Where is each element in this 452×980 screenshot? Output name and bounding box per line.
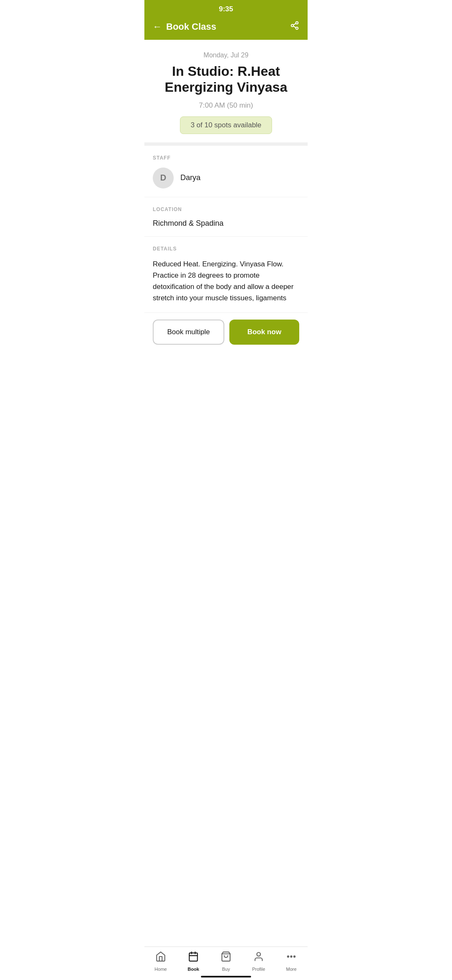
class-time: 7:00 AM (50 min) xyxy=(153,101,299,110)
class-info-section: Monday, Jul 29 In Studio: R.Heat Energiz… xyxy=(144,40,308,146)
share-button[interactable] xyxy=(290,21,299,32)
svg-line-4 xyxy=(293,23,296,25)
location-section: LOCATION Richmond & Spadina xyxy=(144,197,308,237)
staff-label: STAFF xyxy=(153,155,299,161)
page-title: Book Class xyxy=(166,21,216,32)
details-label: DETAILS xyxy=(153,246,299,252)
class-title: In Studio: R.Heat Energizing Vinyasa xyxy=(153,63,299,95)
details-section: DETAILS Reduced Heat. Energizing. Vinyas… xyxy=(144,237,308,313)
header: ← Book Class xyxy=(144,17,308,40)
details-text: Reduced Heat. Energizing. Vinyasa Flow. … xyxy=(153,258,299,308)
action-area: Book multiple Book now xyxy=(144,313,308,351)
spots-available-badge: 3 of 10 spots available xyxy=(180,116,272,134)
back-button[interactable]: ← xyxy=(153,21,162,32)
staff-section: STAFF D Darya xyxy=(144,146,308,197)
status-bar: 9:35 xyxy=(144,0,308,17)
book-multiple-button[interactable]: Book multiple xyxy=(153,320,224,345)
location-label: LOCATION xyxy=(153,206,299,212)
class-date: Monday, Jul 29 xyxy=(153,52,299,59)
staff-avatar: D xyxy=(153,168,174,188)
svg-line-3 xyxy=(293,26,296,28)
location-name: Richmond & Spadina xyxy=(153,219,299,232)
book-now-button[interactable]: Book now xyxy=(229,320,299,345)
staff-name: Darya xyxy=(180,173,200,182)
status-time: 9:35 xyxy=(219,5,233,13)
staff-row: D Darya xyxy=(153,168,299,193)
header-left: ← Book Class xyxy=(153,21,216,32)
